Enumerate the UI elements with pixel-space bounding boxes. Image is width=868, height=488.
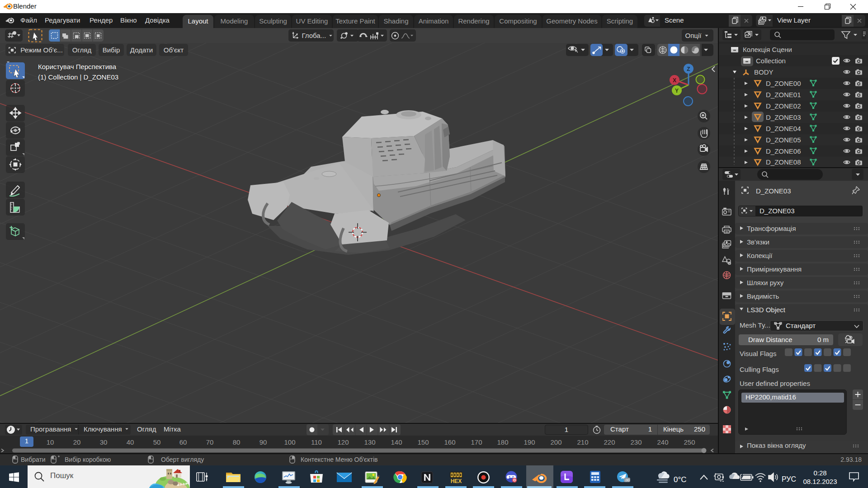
svg-text:X: X <box>673 77 676 84</box>
svg-text:Z: Z <box>687 66 690 72</box>
svg-text:0°C: 0°C <box>674 475 687 484</box>
svg-text:Y: Y <box>675 88 679 94</box>
svg-text:HEX: HEX <box>451 478 462 484</box>
svg-text:0:28: 0:28 <box>813 469 826 477</box>
svg-text:08.12.2023: 08.12.2023 <box>803 478 837 485</box>
svg-text:РУС: РУС <box>782 475 796 483</box>
svg-text:.00: .00 <box>624 478 630 482</box>
